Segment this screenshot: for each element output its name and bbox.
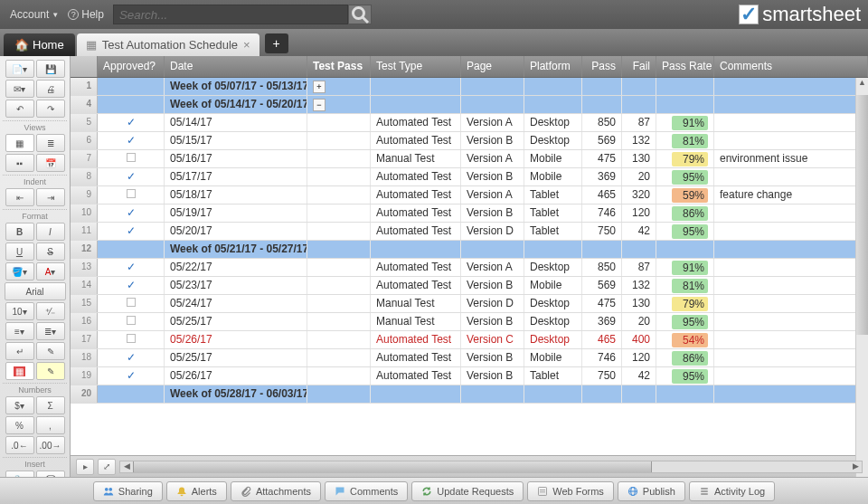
cell-platform[interactable]: Mobile xyxy=(524,150,582,167)
search-input[interactable] xyxy=(113,5,348,24)
cell[interactable] xyxy=(582,78,622,95)
cell[interactable] xyxy=(714,241,868,258)
cell-testpass[interactable] xyxy=(307,186,371,204)
cell-date[interactable]: Week of 05/07/17 - 05/13/17 xyxy=(165,78,307,95)
indent-btn[interactable]: ⇥ xyxy=(36,188,65,206)
fill-color-btn[interactable]: 🪣▾ xyxy=(5,262,34,281)
vertical-scrollbar[interactable]: ▲ xyxy=(855,78,868,477)
cell-page[interactable]: Version D xyxy=(461,223,524,240)
cell-testtype[interactable]: Automated Test xyxy=(371,168,461,185)
cell[interactable] xyxy=(582,241,622,258)
cell[interactable] xyxy=(524,241,582,258)
table-row[interactable]: 6✓05/15/17Automated TestVersion BDesktop… xyxy=(71,132,868,150)
size-inc-btn[interactable]: ⁺⁄₋ xyxy=(36,302,65,320)
expand-icon[interactable]: − xyxy=(313,99,326,111)
help-link[interactable]: ? Help xyxy=(68,8,104,21)
cell[interactable] xyxy=(656,78,714,95)
cell[interactable] xyxy=(461,96,524,113)
percent-btn[interactable]: % xyxy=(5,416,34,434)
cell-passrate[interactable]: 91% xyxy=(656,114,714,131)
cell-testpass[interactable] xyxy=(307,349,371,366)
cell-fail[interactable]: 20 xyxy=(622,168,656,185)
cell-fail[interactable]: 20 xyxy=(622,313,656,330)
save-btn[interactable]: 💾 xyxy=(36,60,65,78)
cell-fail[interactable]: 42 xyxy=(622,367,656,385)
redo-btn[interactable]: ↷ xyxy=(36,100,65,118)
cell-platform[interactable]: Desktop xyxy=(524,331,582,348)
cell-approved[interactable]: ✓ xyxy=(98,277,165,294)
publish-btn[interactable]: Publish xyxy=(618,481,685,501)
table-row[interactable]: 18✓05/25/17Automated TestVersion BMobile… xyxy=(71,349,868,367)
cell-page[interactable]: Version B xyxy=(461,367,524,385)
cell-platform[interactable]: Tablet xyxy=(524,186,582,204)
scroll-left-icon[interactable]: ◀ xyxy=(120,461,133,472)
cell[interactable] xyxy=(371,241,461,258)
gantt-view-btn[interactable]: ≣ xyxy=(36,134,65,152)
cell[interactable] xyxy=(524,385,582,403)
cell-pass[interactable]: 369 xyxy=(582,313,622,330)
cell-approved[interactable]: ✓ xyxy=(98,132,165,149)
attach-btn[interactable]: 📎 xyxy=(5,471,34,477)
cell-approved[interactable] xyxy=(98,150,165,167)
cell[interactable] xyxy=(622,96,656,113)
cell-testpass[interactable] xyxy=(307,367,371,385)
cell-passrate[interactable]: 95% xyxy=(656,223,714,240)
align-v-btn[interactable]: ≣▾ xyxy=(36,322,65,340)
col-page[interactable]: Page xyxy=(461,56,524,77)
cell[interactable] xyxy=(656,96,714,113)
cell-date[interactable]: 05/22/17 xyxy=(165,259,307,276)
cell-testtype[interactable]: Automated Test xyxy=(371,186,461,204)
cell-platform[interactable]: Mobile xyxy=(524,168,582,185)
cell-testtype[interactable]: Automated Test xyxy=(371,132,461,149)
cell-date[interactable]: 05/20/17 xyxy=(165,223,307,240)
cell-testpass[interactable] xyxy=(307,295,371,312)
cell-fail[interactable]: 120 xyxy=(622,349,656,366)
scroll-right-icon[interactable]: ▶ xyxy=(849,461,862,472)
cell-testpass[interactable] xyxy=(307,259,371,276)
col-passrate[interactable]: Pass Rate xyxy=(656,56,714,77)
cell-page[interactable]: Version B xyxy=(461,204,524,222)
cell-date[interactable]: Week of 05/21/17 - 05/27/17 xyxy=(165,241,307,258)
cell-passrate[interactable]: 79% xyxy=(656,295,714,312)
grid-body[interactable]: 1Week of 05/07/17 - 05/13/17+4Week of 05… xyxy=(71,78,868,455)
cell-comments[interactable] xyxy=(714,313,868,330)
file-btn[interactable]: 📄▾ xyxy=(5,60,34,78)
cell[interactable] xyxy=(656,241,714,258)
cell-pass[interactable]: 850 xyxy=(582,259,622,276)
table-row[interactable]: 5✓05/14/17Automated TestVersion ADesktop… xyxy=(71,114,868,132)
cell-approved[interactable] xyxy=(98,385,165,403)
cell[interactable] xyxy=(582,385,622,403)
cell-page[interactable]: Version A xyxy=(461,186,524,204)
cell-platform[interactable]: Desktop xyxy=(524,259,582,276)
cell[interactable] xyxy=(714,78,868,95)
col-date[interactable]: Date xyxy=(165,56,307,77)
scroll-thumb-h[interactable] xyxy=(133,461,652,472)
cell-platform[interactable]: Tablet xyxy=(524,223,582,240)
cell-testtype[interactable]: Manual Test xyxy=(371,313,461,330)
cell[interactable] xyxy=(622,241,656,258)
comment-btn[interactable]: 💬 xyxy=(36,471,65,477)
mail-btn[interactable]: ✉▾ xyxy=(5,80,34,98)
cell-pass[interactable]: 369 xyxy=(582,168,622,185)
table-row[interactable]: 19✓05/26/17Automated TestVersion BTablet… xyxy=(71,367,868,385)
cell-fail[interactable]: 400 xyxy=(622,331,656,348)
cell-page[interactable]: Version C xyxy=(461,331,524,348)
table-row[interactable]: 13✓05/22/17Automated TestVersion ADeskto… xyxy=(71,259,868,277)
cell-page[interactable]: Version A xyxy=(461,150,524,167)
horizontal-scrollbar[interactable]: ◀ ▶ xyxy=(119,461,863,473)
cell-fail[interactable]: 120 xyxy=(622,204,656,222)
table-row[interactable]: 705/16/17Manual TestVersion AMobile47513… xyxy=(71,150,868,168)
cell-pass[interactable]: 850 xyxy=(582,114,622,131)
cell-approved[interactable]: ✓ xyxy=(98,204,165,222)
cond-format-btn[interactable]: ▦ xyxy=(5,362,34,380)
cell-fail[interactable]: 132 xyxy=(622,277,656,294)
cell[interactable] xyxy=(656,385,714,403)
cell-comments[interactable] xyxy=(714,367,868,385)
cell-comments[interactable] xyxy=(714,223,868,240)
cell-comments[interactable] xyxy=(714,204,868,222)
cell-date[interactable]: 05/25/17 xyxy=(165,313,307,330)
dec-inc-btn[interactable]: .0← xyxy=(5,436,34,454)
scroll-up-icon[interactable]: ▲ xyxy=(856,78,868,90)
table-row[interactable]: 1505/24/17Manual TestVersion DDesktop475… xyxy=(71,295,868,313)
cell-testtype[interactable]: Manual Test xyxy=(371,295,461,312)
